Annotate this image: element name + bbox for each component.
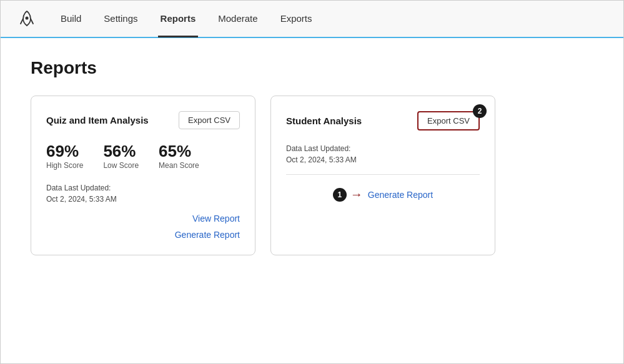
student-analysis-card: Student Analysis Export CSV 2 Data Last … <box>270 96 495 255</box>
svg-point-2 <box>26 17 29 20</box>
high-score-label: High Score <box>46 161 83 170</box>
student-card-header: Student Analysis Export CSV 2 <box>286 111 480 130</box>
svg-line-1 <box>31 19 33 24</box>
quiz-card-title: Quiz and Item Analysis <box>46 115 149 125</box>
student-export-csv-button[interactable]: Export CSV <box>417 111 480 130</box>
main-content: Reports Quiz and Item Analysis Export CS… <box>1 38 623 275</box>
quiz-data-updated: Data Last Updated: Oct 2, 2024, 5:33 AM <box>46 182 240 205</box>
nav-item-build[interactable]: Build <box>58 1 84 37</box>
quiz-export-csv-button[interactable]: Export CSV <box>179 111 240 129</box>
student-generate-badge: 1 <box>333 188 347 202</box>
page-title: Reports <box>31 58 593 78</box>
arrow-right-icon: → <box>350 187 363 202</box>
nav-item-moderate[interactable]: Moderate <box>215 1 260 37</box>
cards-container: Quiz and Item Analysis Export CSV 69% Hi… <box>31 96 593 255</box>
quiz-card-header: Quiz and Item Analysis Export CSV <box>46 111 240 129</box>
nav-item-settings[interactable]: Settings <box>101 1 140 37</box>
student-card-title: Student Analysis <box>286 116 362 126</box>
app-header: Build Settings Reports Moderate Exports <box>1 1 623 38</box>
low-score-stat: 56% Low Score <box>103 142 139 170</box>
svg-line-0 <box>21 19 23 24</box>
mean-score-value: 65% <box>159 142 199 161</box>
student-generate-report-link[interactable]: Generate Report <box>368 190 433 200</box>
quiz-stats-row: 69% High Score 56% Low Score 65% Mean Sc… <box>46 142 240 170</box>
student-card-divider <box>286 174 480 175</box>
student-data-updated: Data Last Updated: Oct 2, 2024, 5:33 AM <box>286 143 480 165</box>
mean-score-stat: 65% Mean Score <box>159 142 199 170</box>
main-nav: Build Settings Reports Moderate Exports <box>58 1 314 37</box>
quiz-generate-report-link[interactable]: Generate Report <box>175 230 240 240</box>
nav-item-reports[interactable]: Reports <box>158 1 199 37</box>
quiz-analysis-card: Quiz and Item Analysis Export CSV 69% Hi… <box>31 96 255 255</box>
student-export-badge: 2 <box>473 104 487 118</box>
low-score-label: Low Score <box>103 161 139 170</box>
quiz-view-report-link[interactable]: View Report <box>192 214 240 224</box>
app-logo <box>16 7 38 30</box>
high-score-value: 69% <box>46 142 83 161</box>
student-generate-row: 1 → Generate Report <box>286 182 480 202</box>
high-score-stat: 69% High Score <box>46 142 83 170</box>
low-score-value: 56% <box>103 142 139 161</box>
nav-item-exports[interactable]: Exports <box>278 1 315 37</box>
mean-score-label: Mean Score <box>159 161 199 170</box>
student-export-btn-wrapper: Export CSV 2 <box>417 111 480 130</box>
